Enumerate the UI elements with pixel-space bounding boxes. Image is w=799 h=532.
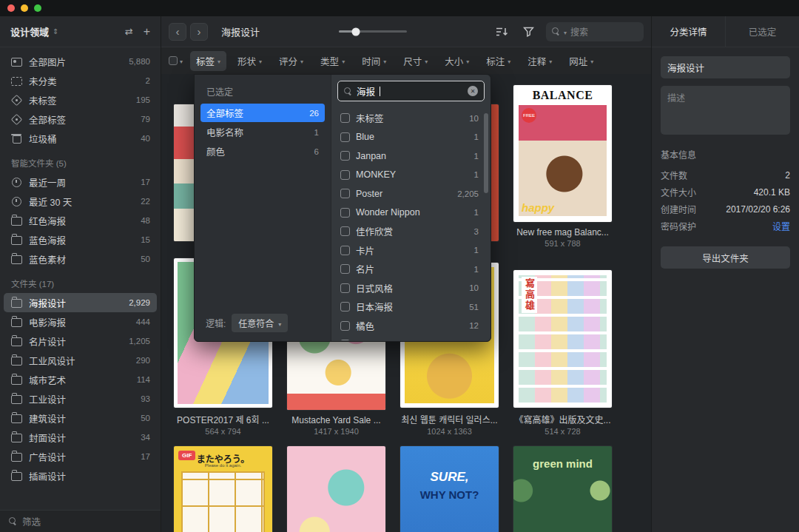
thumbnail[interactable]	[287, 446, 385, 532]
filter-tags-button[interactable]: 标签	[190, 51, 226, 71]
sort-folders-icon[interactable]	[125, 26, 133, 37]
minimize-button[interactable]	[21, 4, 28, 12]
checkbox-icon[interactable]	[340, 113, 350, 123]
sidebar-item-business-card-design[interactable]: 名片设计 1,205	[4, 331, 157, 351]
tag-option[interactable]: 日式风格 10	[331, 279, 490, 298]
checkbox-icon[interactable]	[340, 208, 350, 218]
password-set-link[interactable]: 设置	[772, 220, 790, 232]
logic-select[interactable]: 任意符合	[232, 314, 288, 332]
sidebar-item-illustration-design[interactable]: 插画设计	[4, 466, 157, 485]
sidebar-item-urban-art[interactable]: 城市艺术 114	[4, 370, 157, 389]
sidebar-item-industrial-style[interactable]: 工业风设计 290	[4, 351, 157, 370]
search-input[interactable]: 搜索	[546, 22, 644, 41]
checkbox-icon[interactable]	[340, 151, 350, 161]
tag-option[interactable]: Janpan 1	[331, 147, 490, 166]
add-folder-icon[interactable]	[144, 25, 150, 38]
tab-selected[interactable]: 已选定	[725, 16, 799, 47]
sidebar-item-ad-design[interactable]: 广告设计 17	[4, 447, 157, 466]
filter-button[interactable]	[518, 22, 539, 41]
tag-group-colors[interactable]: 颜色 6	[200, 142, 325, 161]
info-row-file-count: 文件数 2	[661, 166, 790, 183]
filter-annotation-button[interactable]: 标注	[480, 51, 516, 71]
filter-comment-button[interactable]: 注释	[522, 51, 558, 71]
sidebar-item-red-posters[interactable]: 红色海报 48	[4, 211, 157, 230]
select-all-checkbox[interactable]	[169, 55, 183, 66]
thumbnail[interactable]: FREE BALANCE happy	[513, 85, 612, 222]
tag-option[interactable]: Wonder Nippon 1	[331, 203, 490, 223]
back-button[interactable]	[169, 23, 186, 41]
checkbox-icon[interactable]	[340, 302, 350, 312]
image-card[interactable]: green mind	[513, 446, 612, 532]
tag-option[interactable]: 未标签 10	[331, 109, 490, 128]
tag-option[interactable]: 日本海报 51	[331, 297, 490, 317]
sidebar-item-recent-30-days[interactable]: 最近 30 天 22	[4, 192, 157, 211]
sidebar-filter-input[interactable]: 筛选	[0, 510, 161, 532]
thumbnail[interactable]: 寫高雄	[513, 270, 612, 408]
info-label: 文件大小	[661, 186, 696, 198]
thumbnail[interactable]: SURE, WHY NOT?	[400, 446, 499, 532]
thumbnail[interactable]: green mind	[513, 446, 612, 532]
tag-option[interactable]: 名片 1	[331, 260, 490, 279]
tag-option[interactable]: 橘色 12	[331, 317, 490, 336]
sort-order-button[interactable]	[491, 22, 512, 41]
filter-time-button[interactable]: 时间	[356, 51, 392, 71]
sidebar-item-movie-posters[interactable]: 电影海报 444	[4, 312, 157, 331]
folder-name-field[interactable]: 海报设计	[661, 56, 790, 78]
sidebar-item-all-tags[interactable]: 全部标签 79	[4, 110, 157, 129]
sidebar-item-industrial-design[interactable]: 工业设计 93	[4, 389, 157, 408]
filter-shape-button[interactable]: 形状	[232, 51, 268, 71]
checkbox-icon[interactable]	[340, 246, 350, 255]
export-folder-button[interactable]: 导出文件夹	[661, 246, 790, 269]
tag-option[interactable]: Blue 1	[331, 128, 490, 147]
thumbnail[interactable]: GIF またやろう。 Please do it again.	[174, 446, 272, 532]
image-card[interactable]: GIF またやろう。 Please do it again.	[174, 446, 272, 532]
tag-search-input[interactable]: 海报	[337, 81, 485, 101]
slider-thumb[interactable]	[352, 27, 360, 36]
image-card[interactable]: SURE, WHY NOT?	[400, 446, 499, 532]
sidebar-item-poster-design[interactable]: 海报设计 2,929	[4, 293, 157, 312]
chevron-down-icon	[383, 55, 386, 66]
library-switcher[interactable]: 设计领域	[0, 16, 161, 47]
sidebar-item-architecture-design[interactable]: 建筑设计 50	[4, 408, 157, 428]
tag-option[interactable]: Poster 2,205	[331, 184, 490, 203]
image-card[interactable]: FREE BALANCE happy New free mag Balanc..…	[513, 84, 612, 248]
image-card[interactable]	[287, 446, 385, 532]
sidebar-item-blue-posters[interactable]: 蓝色海报 15	[4, 230, 157, 249]
description-field[interactable]: 描述	[661, 86, 790, 135]
close-button[interactable]	[7, 4, 15, 12]
checkbox-icon[interactable]	[340, 264, 350, 274]
tag-option[interactable]: 佳作欣赏 3	[331, 222, 490, 241]
filter-size-button[interactable]: 大小	[439, 51, 475, 71]
clear-search-icon[interactable]	[468, 86, 478, 96]
forward-button[interactable]	[190, 23, 208, 41]
tab-category-details[interactable]: 分类详情	[652, 16, 725, 47]
tag-group-all-tags[interactable]: 全部标签 26	[200, 104, 325, 122]
sidebar-item-recent-week[interactable]: 最近一周 17	[4, 172, 157, 192]
tag-group-movie-names[interactable]: 电影名称 1	[200, 123, 325, 141]
sidebar-item-all-images[interactable]: 全部图片 5,880	[4, 52, 157, 71]
tag-option[interactable]: MONKEY 1	[331, 166, 490, 185]
tag-option[interactable]: 欧美风格 6	[331, 335, 490, 340]
zoom-button[interactable]	[34, 4, 41, 12]
sidebar-item-untagged[interactable]: 未标签 195	[4, 90, 157, 110]
sidebar-item-blue-materials[interactable]: 蓝色素材 50	[4, 249, 157, 269]
checkbox-icon[interactable]	[340, 340, 350, 340]
scrollbar[interactable]	[484, 113, 488, 193]
checkbox-icon[interactable]	[340, 283, 350, 293]
info-value: 2017/02/20 6:26	[726, 204, 790, 215]
tag-option[interactable]: 卡片 1	[331, 241, 490, 260]
sidebar-item-cover-design[interactable]: 封面设计 34	[4, 428, 157, 447]
checkbox-icon[interactable]	[340, 132, 350, 142]
filter-rating-button[interactable]: 评分	[273, 51, 309, 71]
sidebar-item-uncategorized[interactable]: 未分类 2	[4, 71, 157, 90]
filter-dimensions-button[interactable]: 尺寸	[397, 51, 434, 71]
sidebar-item-trash[interactable]: 垃圾桶 40	[4, 129, 157, 148]
checkbox-icon[interactable]	[340, 226, 350, 236]
filter-url-button[interactable]: 网址	[563, 51, 599, 71]
filter-type-button[interactable]: 类型	[314, 51, 351, 71]
image-card[interactable]: 寫高雄 《寫高雄》出版及文史... 514 x 728	[513, 258, 612, 436]
thumbnail-size-slider[interactable]	[339, 30, 407, 33]
checkbox-icon[interactable]	[340, 321, 350, 331]
checkbox-icon[interactable]	[340, 170, 350, 180]
checkbox-icon[interactable]	[340, 189, 350, 198]
